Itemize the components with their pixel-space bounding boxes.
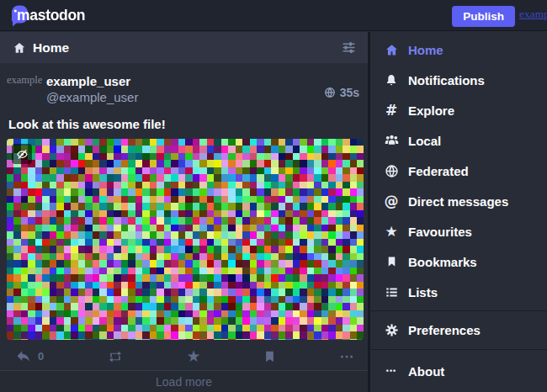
globe-icon	[383, 164, 400, 178]
column-header: Home	[0, 32, 368, 63]
mastodon-logo[interactable]: mastodon	[8, 3, 85, 27]
sidebar-item-label: Favourites	[408, 225, 472, 239]
favourite-button[interactable]: ★	[185, 347, 203, 366]
at-icon: @	[383, 194, 400, 209]
ellipsis-icon	[339, 349, 354, 364]
sidebar-item-label: Home	[408, 43, 443, 57]
status-action-bar: 0 ★	[0, 342, 368, 371]
sidebar-item-label: Notifications	[408, 73, 485, 87]
boost-button[interactable]	[105, 347, 125, 367]
sidebar-item-label: Direct messages	[408, 194, 508, 209]
sidebar-item-label: Preferences	[408, 323, 481, 337]
status-header: example example_user @example_user 35s	[7, 73, 359, 109]
account-handle: @example_user	[46, 90, 324, 104]
status-content: Look at this awesome file!	[8, 117, 359, 131]
sidebar-item-federated[interactable]: Federated	[370, 156, 547, 186]
load-more-button[interactable]: Load more	[0, 371, 368, 392]
sidebar-item-label: Bookmarks	[408, 255, 477, 269]
media-attachment	[7, 139, 364, 340]
users-icon	[383, 134, 400, 147]
globe-icon	[324, 87, 336, 98]
hashtag-icon: #	[383, 103, 400, 118]
display-name: example_user	[46, 74, 324, 88]
sidebar-item-label: Federated	[408, 164, 469, 178]
bookmark-button[interactable]	[262, 347, 278, 366]
author-name-link[interactable]: example_user @example_user	[46, 73, 324, 109]
reply-icon	[15, 348, 32, 365]
timestamp: 35s	[324, 73, 359, 109]
app-layout: Home example example_user @example_user	[0, 32, 547, 392]
gear-icon	[383, 323, 400, 337]
attached-media-image[interactable]	[7, 139, 364, 340]
sidebar-item-preferences[interactable]: Preferences	[370, 311, 547, 349]
sidebar-item-label: Explore	[408, 103, 454, 118]
reply-button[interactable]: 0	[13, 347, 45, 367]
sidebar-item-direct-messages[interactable]: @ Direct messages	[370, 186, 547, 216]
hide-media-button[interactable]	[12, 144, 32, 164]
sidebar-item-lists[interactable]: Lists	[370, 277, 547, 307]
sidebar-item-explore[interactable]: # Explore	[370, 95, 547, 125]
sidebar-item-local[interactable]: Local	[370, 125, 547, 156]
eye-slash-icon	[16, 148, 29, 161]
timestamp-text: 35s	[340, 86, 359, 99]
column-title: Home	[33, 40, 340, 56]
star-icon: ★	[187, 348, 201, 364]
avatar[interactable]: example	[7, 73, 42, 109]
sidebar-item-favourites[interactable]: ★ Favourites	[370, 216, 547, 246]
ellipsis-icon: •••	[383, 367, 400, 375]
home-icon	[13, 41, 26, 55]
sidebar-item-label: Local	[408, 134, 441, 148]
home-icon	[383, 43, 400, 57]
navigation-panel: Home Notifications # Explore	[370, 32, 547, 392]
sidebar-item-about[interactable]: ••• About	[370, 350, 547, 392]
sidebar-item-home[interactable]: Home	[370, 34, 547, 65]
list-icon	[383, 286, 400, 299]
column-settings-button[interactable]	[340, 39, 358, 56]
boost-icon	[107, 348, 124, 365]
bookmark-icon	[383, 255, 400, 268]
sliders-icon	[342, 40, 356, 55]
sidebar-item-label: Lists	[408, 285, 438, 299]
sidebar-item-notifications[interactable]: Notifications	[370, 65, 547, 95]
sidebar-item-label: About	[408, 364, 444, 379]
sidebar-item-bookmarks[interactable]: Bookmarks	[370, 246, 547, 277]
more-button[interactable]	[337, 347, 356, 366]
bell-icon	[383, 73, 400, 87]
publish-button[interactable]: Publish	[452, 6, 515, 27]
account-link[interactable]: example_user	[519, 8, 547, 21]
topbar: mastodon Publish example_user	[0, 0, 547, 31]
home-column: Home example example_user @example_user	[0, 32, 368, 392]
status-post: example example_user @example_user 35s L…	[0, 63, 368, 340]
bookmark-icon	[263, 349, 276, 364]
reply-count: 0	[38, 350, 44, 363]
star-icon: ★	[383, 225, 400, 239]
logo-wordmark: mastodon	[17, 7, 85, 24]
